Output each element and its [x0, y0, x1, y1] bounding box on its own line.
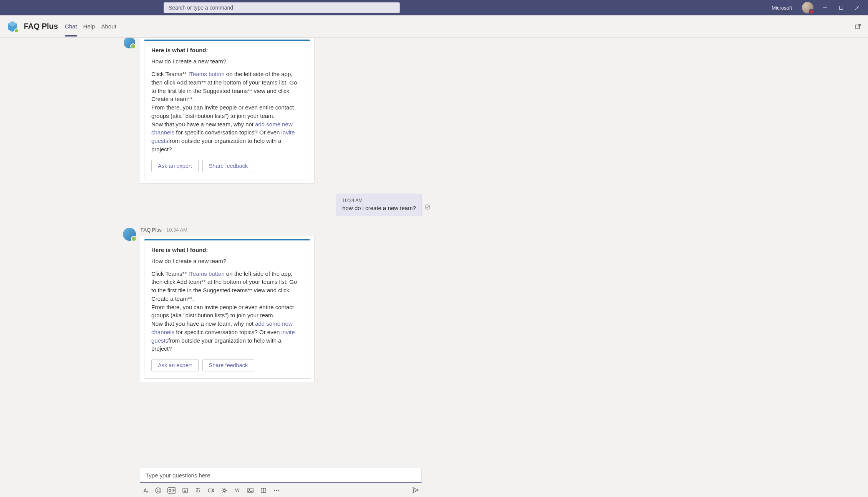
svg-point-10 — [156, 488, 161, 493]
svg-rect-19 — [209, 489, 212, 492]
share-feedback-button[interactable]: Share feedback — [202, 359, 255, 371]
message-user: 10:34 AM how do i create a new team? — [123, 194, 430, 216]
more-icon[interactable] — [273, 487, 280, 494]
message-bot: FAQ Plus 10:34 AM Here is what I found: … — [123, 227, 545, 383]
close-button[interactable] — [850, 0, 865, 15]
sticker-icon[interactable] — [181, 487, 189, 494]
svg-point-6 — [15, 29, 18, 33]
svg-rect-13 — [183, 488, 187, 493]
title-bar: Search or type a command Microsoft — [0, 0, 868, 15]
app-header: FAQ Plus Chat Help About — [0, 15, 868, 38]
svg-line-26 — [222, 489, 223, 489]
send-button[interactable] — [412, 486, 420, 495]
svg-line-29 — [226, 489, 227, 489]
teams-button-link[interactable]: Teams button — [190, 71, 225, 77]
tab-about[interactable]: About — [101, 16, 116, 36]
app-title: FAQ Plus — [24, 22, 58, 31]
svg-point-36 — [278, 490, 279, 491]
tab-chat[interactable]: Chat — [65, 16, 77, 36]
user-text: how do i create a new team? — [342, 205, 416, 211]
svg-point-35 — [276, 490, 277, 491]
ask-expert-button[interactable]: Ask an expert — [151, 359, 199, 371]
message-bot: Here is what I found: How do I create a … — [123, 38, 545, 184]
svg-point-14 — [184, 490, 185, 490]
image-icon[interactable] — [247, 487, 254, 494]
svg-rect-30 — [248, 488, 253, 493]
org-switcher[interactable]: Microsoft — [768, 5, 798, 11]
chat-message-list[interactable]: Here is what I found: How do I create a … — [0, 38, 868, 458]
compose-area: Type your questions here GIF W — [0, 468, 868, 497]
svg-point-11 — [157, 490, 157, 490]
avatar[interactable] — [802, 2, 813, 13]
org-label: Microsoft — [772, 5, 792, 11]
app-logo-icon — [6, 20, 18, 33]
search-placeholder: Search or type a command — [169, 5, 233, 11]
compose-input[interactable]: Type your questions here — [140, 468, 422, 483]
sent-status-icon — [425, 204, 430, 210]
gif-icon[interactable]: GIF — [167, 487, 176, 494]
news-icon[interactable] — [260, 487, 267, 494]
svg-point-21 — [223, 489, 225, 492]
wikipedia-icon[interactable]: W — [234, 487, 241, 494]
user-timestamp: 10:34 AM — [342, 198, 416, 203]
svg-point-9 — [425, 205, 430, 209]
user-bubble[interactable]: 10:34 AM how do i create a new team? — [336, 194, 422, 216]
svg-line-27 — [226, 492, 227, 493]
tab-help[interactable]: Help — [83, 16, 95, 36]
popout-button[interactable] — [854, 23, 862, 30]
format-icon[interactable] — [141, 487, 149, 494]
message-timestamp: 10:34 AM — [166, 227, 187, 233]
svg-line-28 — [222, 492, 223, 493]
bot-card: Here is what I found: How do I create a … — [140, 38, 315, 184]
compose-toolbar: GIF W — [140, 483, 422, 495]
card-body: Click Teams** !Teams button on the left … — [151, 270, 303, 353]
sender-name: FAQ Plus — [141, 227, 162, 233]
bot-card: Here is what I found: How do I create a … — [140, 235, 315, 383]
bot-avatar-icon — [124, 38, 135, 48]
weather-icon[interactable] — [220, 487, 228, 494]
svg-point-15 — [186, 490, 186, 490]
compose-placeholder: Type your questions here — [146, 472, 210, 479]
card-question: How do I create a new team? — [151, 58, 303, 65]
teams-button-link[interactable]: Teams button — [190, 270, 225, 277]
share-feedback-button[interactable]: Share feedback — [202, 160, 255, 172]
svg-point-31 — [249, 489, 250, 490]
bot-avatar-icon — [123, 228, 136, 241]
card-question: How do I create a new team? — [151, 258, 303, 264]
svg-line-8 — [858, 24, 860, 27]
poll-icon[interactable] — [194, 487, 202, 494]
card-title: Here is what I found: — [151, 247, 303, 253]
svg-point-12 — [159, 490, 159, 490]
search-input[interactable]: Search or type a command — [164, 2, 400, 13]
svg-rect-1 — [840, 6, 843, 10]
card-body: Click Teams** !Teams button on the left … — [151, 70, 303, 154]
stream-icon[interactable] — [207, 487, 215, 494]
maximize-button[interactable] — [833, 0, 849, 15]
minimize-button[interactable] — [817, 0, 833, 15]
card-title: Here is what I found: — [151, 47, 303, 53]
ask-expert-button[interactable]: Ask an expert — [151, 160, 199, 172]
emoji-icon[interactable] — [154, 487, 162, 494]
header-tabs: Chat Help About — [65, 16, 116, 36]
svg-point-34 — [274, 490, 275, 491]
